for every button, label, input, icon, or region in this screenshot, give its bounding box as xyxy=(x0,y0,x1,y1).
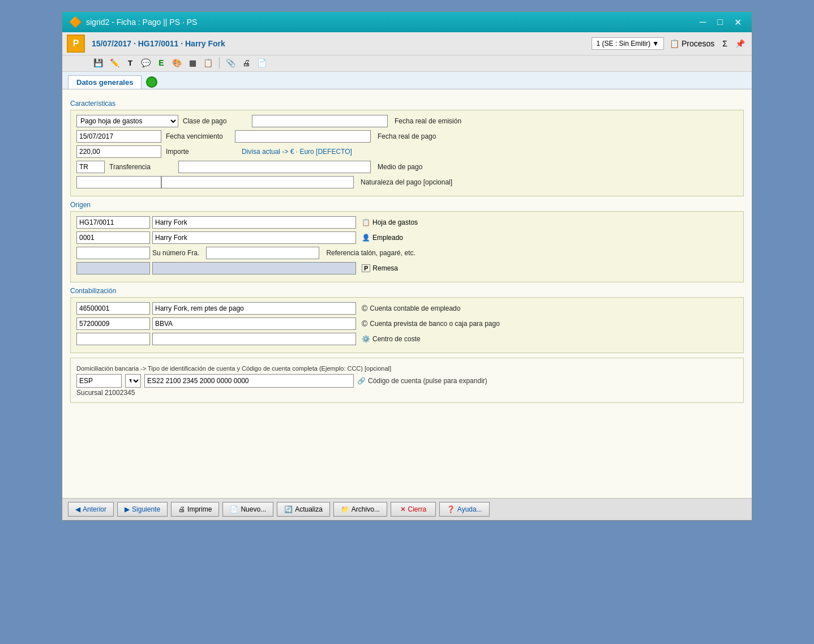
importe-label: Importe xyxy=(161,148,235,156)
row-empleado: 👤 Empleado xyxy=(76,231,738,244)
hoja-name-input[interactable] xyxy=(152,216,356,229)
origen-label: Origen xyxy=(70,201,744,209)
cierra-button[interactable]: ✕ Cierra xyxy=(391,502,436,517)
cuenta1-id-input[interactable] xyxy=(76,302,150,315)
empleado-name-input[interactable] xyxy=(152,231,356,244)
naturaleza-name-input[interactable] xyxy=(161,176,354,188)
referencia-label: Referencia talón, pagaré, etc. xyxy=(319,249,415,257)
clase-pago-input2[interactable] xyxy=(235,130,371,143)
expand-cuenta-icon: 🔗 xyxy=(357,377,366,385)
remesa-name-input[interactable] xyxy=(152,262,356,274)
tab-indicator xyxy=(146,76,157,88)
title-bar-text: sigrid2 - Ficha : Pago || PS · PS xyxy=(86,18,197,27)
cuenta1-label: © Cuenta contable de empleado xyxy=(356,304,460,313)
sigma-button[interactable]: Σ xyxy=(720,38,730,49)
excel-icon-btn[interactable]: E xyxy=(155,57,168,69)
divisa-link[interactable]: Divisa actual -> € · Euro [DEFECTO] xyxy=(235,148,352,156)
archivo-button[interactable]: 📁 Archivo... xyxy=(333,502,387,517)
ayuda-icon: ❓ xyxy=(447,505,455,513)
row-cuenta2: © Cuenta prevista de banco o caja para p… xyxy=(76,317,738,330)
tab-datos-generales[interactable]: Datos generales xyxy=(68,75,142,89)
nuevo-icon: 📄 xyxy=(230,505,238,513)
minimize-button[interactable]: ─ xyxy=(696,16,709,29)
remesa-icon: P xyxy=(362,264,370,272)
medio-pago-label: Medio de pago xyxy=(371,163,422,171)
fra-id-input[interactable] xyxy=(76,247,150,259)
contabilizacion-label: Contabilización xyxy=(70,287,744,295)
empleado-id-input[interactable] xyxy=(76,231,150,244)
importe-input[interactable] xyxy=(76,145,161,158)
copy-icon-btn[interactable]: 📋 xyxy=(200,57,216,69)
centro-icon: ⚙️ xyxy=(362,335,370,343)
domiciliacion-section: Domiciliación bancaria -> Tipo de identi… xyxy=(70,358,744,403)
contabilizacion-section: © Cuenta contable de empleado © Cuenta p… xyxy=(70,297,744,353)
anterior-icon: ◀ xyxy=(75,505,80,513)
sucursal-text: Sucursal 21002345 xyxy=(76,388,738,398)
anterior-button[interactable]: ◀ Anterior xyxy=(68,502,114,517)
fecha-vcto-label: Fecha vencimiento xyxy=(161,132,235,140)
row-hoja: 📋 Hoja de gastos xyxy=(76,216,738,229)
maximize-button[interactable]: □ xyxy=(714,16,726,29)
pdf-icon-btn[interactable]: 📄 xyxy=(254,57,269,69)
expand-cuenta-button[interactable]: 🔗 Código de cuenta (pulse para expandir) xyxy=(357,377,487,385)
transferencia-input[interactable] xyxy=(178,161,371,173)
row-centro: ⚙️ Centro de coste xyxy=(76,333,738,345)
remesa-id-input[interactable] xyxy=(76,262,150,274)
domiciliacion-row: ▼ 🔗 Código de cuenta (pulse para expandi… xyxy=(76,374,738,388)
toolbar-logo: P xyxy=(67,35,85,53)
print-icon-btn[interactable]: 🖨 xyxy=(239,57,253,69)
procesos-icon: 📋 xyxy=(670,39,679,48)
nuevo-button[interactable]: 📄 Nuevo... xyxy=(222,502,273,517)
cuenta1-icon: © xyxy=(362,304,367,313)
cuenta2-id-input[interactable] xyxy=(76,317,150,330)
empleado-label: 👤 Empleado xyxy=(356,234,403,242)
row-remesa: P Remesa xyxy=(76,262,738,274)
pin-button[interactable]: 📌 xyxy=(733,38,747,49)
fecha-emision-label: Fecha real de emisión xyxy=(388,117,461,125)
origen-section: 📋 Hoja de gastos 👤 Empleado Su número Fr… xyxy=(70,211,744,282)
row-cuenta1: © Cuenta contable de empleado xyxy=(76,302,738,315)
procesos-button[interactable]: 📋 Procesos xyxy=(667,38,717,49)
country-select[interactable]: ▼ xyxy=(125,374,141,388)
caracteristicas-section: Pago hoja de gastos Otro tipo Clase de p… xyxy=(70,110,744,196)
separator1 xyxy=(219,57,220,68)
actualiza-icon: 🔄 xyxy=(284,505,293,513)
remesa-label: P Remesa xyxy=(356,264,398,272)
transferencia-label: Transferencia xyxy=(105,163,178,171)
naturaleza-code-input[interactable] xyxy=(76,176,161,188)
siguiente-button[interactable]: ▶ Siguiente xyxy=(117,502,168,517)
cuenta2-icon: © xyxy=(362,319,367,328)
close-button[interactable]: ✕ xyxy=(731,16,745,29)
centro-name-input[interactable] xyxy=(152,333,356,345)
tipo-pago-select[interactable]: Pago hoja de gastos Otro tipo xyxy=(76,115,178,127)
centro-label: ⚙️ Centro de coste xyxy=(356,335,421,343)
cuenta2-name-input[interactable] xyxy=(152,317,356,330)
status-button[interactable]: 1 (SE : Sin Emitir) ▼ xyxy=(592,37,665,50)
country-input[interactable] xyxy=(76,374,122,388)
row-fechas: Fecha vencimiento Fecha real de pago xyxy=(76,130,738,143)
comment-icon-btn[interactable]: 💬 xyxy=(138,57,153,69)
text-icon-btn[interactable]: T xyxy=(123,57,137,69)
row-naturaleza: Naturaleza del pago [opcional] xyxy=(76,176,738,188)
cuenta1-name-input[interactable] xyxy=(152,302,356,315)
tr-code-input[interactable] xyxy=(76,161,105,173)
edit-icon-btn[interactable]: ✏️ xyxy=(107,57,122,69)
hoja-id-input[interactable] xyxy=(76,216,150,229)
row-fra: Su número Fra. Referencia talón, pagaré,… xyxy=(76,247,738,259)
imprime-button[interactable]: 🖨 Imprime xyxy=(171,502,219,517)
attach-icon-btn[interactable]: 📎 xyxy=(223,57,238,69)
domiciliacion-label: Domiciliación bancaria -> Tipo de identi… xyxy=(76,363,738,374)
save-icon-btn[interactable]: 💾 xyxy=(91,57,106,69)
fra-ref-input[interactable] xyxy=(206,247,319,259)
clase-pago-input[interactable] xyxy=(252,115,388,127)
cierra-icon: ✕ xyxy=(400,505,406,513)
iban-input[interactable] xyxy=(144,374,354,388)
color-icon-btn[interactable]: 🎨 xyxy=(169,57,185,69)
grid-icon-btn[interactable]: ▦ xyxy=(186,57,199,69)
centro-id-input[interactable] xyxy=(76,333,150,345)
fecha-vcto-input[interactable] xyxy=(76,130,161,143)
content-area: Características Pago hoja de gastos Otro… xyxy=(62,89,752,498)
ayuda-button[interactable]: ❓ Ayuda... xyxy=(439,502,490,517)
main-toolbar: P 15/07/2017 · HG17/0011 · Harry Fork 1 … xyxy=(62,32,752,55)
actualiza-button[interactable]: 🔄 Actualiza xyxy=(277,502,330,517)
